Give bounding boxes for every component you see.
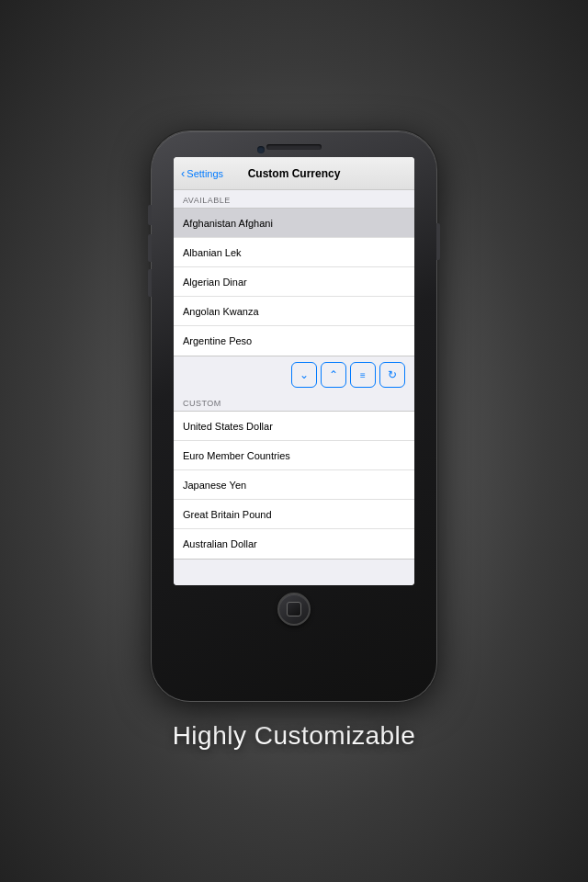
available-section-header: Available bbox=[174, 190, 414, 208]
volume-up-button[interactable] bbox=[148, 234, 152, 262]
mute-button[interactable] bbox=[148, 205, 152, 225]
list-item[interactable]: United States Dollar bbox=[174, 412, 414, 441]
refresh-button[interactable]: ↻ bbox=[379, 362, 405, 388]
list-item[interactable]: Japanese Yen bbox=[174, 470, 414, 500]
page-title: Custom Currency bbox=[248, 167, 341, 180]
chevron-up-icon: ⌃ bbox=[329, 368, 338, 381]
list-view-button[interactable]: ≡ bbox=[350, 362, 376, 388]
custom-section-header: Custom bbox=[174, 393, 414, 411]
refresh-icon: ↻ bbox=[388, 368, 397, 381]
list-item[interactable]: Great Britain Pound bbox=[174, 500, 414, 529]
list-item[interactable]: Euro Member Countries bbox=[174, 441, 414, 470]
speaker bbox=[266, 144, 322, 150]
screen-content: Available Afghanistan Afghani Albanian L… bbox=[174, 190, 414, 585]
move-down-button[interactable]: ⌄ bbox=[291, 362, 317, 388]
home-button[interactable] bbox=[277, 593, 311, 626]
list-item[interactable]: Argentine Peso bbox=[174, 326, 414, 356]
toolbar: ⌄ ⌃ ≡ ↻ bbox=[174, 356, 414, 393]
phone-screen: ‹ Settings Custom Currency Available Afg… bbox=[174, 157, 414, 585]
list-item[interactable]: Afghanistan Afghani bbox=[174, 209, 414, 238]
home-button-inner bbox=[287, 602, 301, 616]
power-button[interactable] bbox=[436, 223, 440, 260]
back-button[interactable]: ‹ Settings bbox=[181, 166, 223, 180]
chevron-down-icon: ⌄ bbox=[300, 368, 309, 381]
back-chevron-icon: ‹ bbox=[181, 166, 185, 180]
list-icon: ≡ bbox=[360, 370, 366, 380]
tagline: Highly Customizable bbox=[173, 721, 416, 751]
move-up-button[interactable]: ⌃ bbox=[321, 362, 346, 388]
phone-frame: ‹ Settings Custom Currency Available Afg… bbox=[152, 131, 436, 701]
available-list: Afghanistan Afghani Albanian Lek Algeria… bbox=[174, 208, 414, 356]
list-item[interactable]: Algerian Dinar bbox=[174, 267, 414, 297]
volume-down-button[interactable] bbox=[148, 269, 152, 297]
navigation-bar: ‹ Settings Custom Currency bbox=[174, 157, 414, 190]
front-camera bbox=[257, 146, 265, 153]
custom-list: United States Dollar Euro Member Countri… bbox=[174, 411, 414, 560]
back-label: Settings bbox=[187, 168, 223, 179]
list-item[interactable]: Angolan Kwanza bbox=[174, 297, 414, 326]
list-item[interactable]: Australian Dollar bbox=[174, 529, 414, 559]
list-item[interactable]: Albanian Lek bbox=[174, 238, 414, 267]
